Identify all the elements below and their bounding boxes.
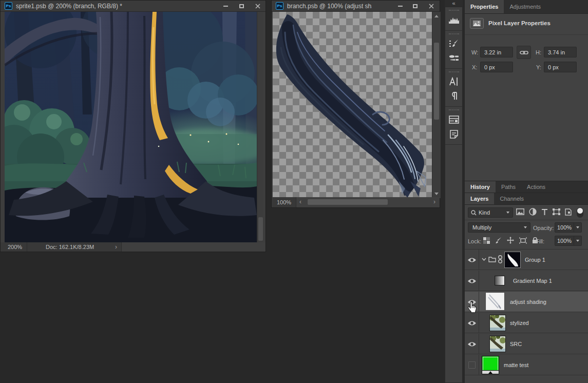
filter-type-layers-icon[interactable] xyxy=(541,208,548,215)
visibility-toggle[interactable] xyxy=(465,355,479,375)
window2-statusbar: 100% ‹ › xyxy=(272,197,440,207)
layer-thumbnail[interactable] xyxy=(489,336,506,352)
window2-horizontal-scrollbar[interactable]: ‹ › xyxy=(296,197,440,207)
window2-close-button[interactable] xyxy=(423,1,440,11)
x-field[interactable]: 0 px xyxy=(480,62,513,72)
layer-row-gradient-map[interactable]: Gradient Map 1 xyxy=(465,271,588,291)
width-field[interactable]: 3.22 in xyxy=(480,47,513,58)
width-label: W: xyxy=(471,49,478,55)
layer-thumbnail[interactable] xyxy=(489,315,506,331)
group-expand-chevron-icon[interactable] xyxy=(482,258,486,261)
filtering-toggle[interactable] xyxy=(577,207,583,218)
panel-grip[interactable] xyxy=(449,33,459,34)
chain-link-icon xyxy=(520,50,528,55)
window1-statusbar: 200% Doc: 162.1K/8.23M › xyxy=(1,242,265,252)
visibility-empty-icon xyxy=(468,361,476,369)
filter-smart-objects-icon[interactable] xyxy=(565,208,572,216)
lock-transparency-icon[interactable] xyxy=(483,237,490,244)
layer-filter-select[interactable]: Kind xyxy=(468,207,513,218)
document-window-sprite1: Ps sprite1.psb @ 200% (branch, RGB/8) * xyxy=(0,0,266,252)
notes-icon xyxy=(449,130,459,139)
window2-title: branch.psb @ 100% (adjust shadin... xyxy=(287,3,372,10)
brushes-panel-icon[interactable] xyxy=(445,51,462,65)
libraries-panel-icon[interactable] xyxy=(445,112,462,127)
lock-image-icon[interactable] xyxy=(495,237,502,244)
brush-settings-panel-icon[interactable] xyxy=(445,36,462,51)
opacity-select[interactable]: 100% xyxy=(555,222,582,233)
status-expand-icon[interactable]: › xyxy=(115,244,117,250)
window2-vertical-scrollbar[interactable] xyxy=(432,12,441,198)
window1-doc-info[interactable]: Doc: 162.1K/8.23M › xyxy=(27,242,122,252)
window1-vertical-scrollbar[interactable] xyxy=(257,12,263,243)
height-field[interactable]: 3.74 in xyxy=(544,47,577,58)
window2-minimize-button[interactable] xyxy=(393,1,408,11)
canvas-branch[interactable] xyxy=(273,12,432,198)
blend-mode-select[interactable]: Multiply xyxy=(468,222,530,233)
scroll-left-icon[interactable]: ‹ xyxy=(299,199,301,205)
search-icon xyxy=(471,210,477,216)
fill-select[interactable]: 100% xyxy=(555,236,582,246)
scroll-right-icon[interactable]: › xyxy=(433,199,435,205)
tab-paths[interactable]: Paths xyxy=(496,181,521,193)
scroll-up-icon[interactable] xyxy=(434,15,439,17)
fill-layer-thumbnail[interactable] xyxy=(482,356,499,374)
visibility-toggle[interactable] xyxy=(465,334,479,354)
x-label: X: xyxy=(472,64,477,70)
notes-panel-icon[interactable] xyxy=(445,127,462,141)
photoshop-doc-icon: Ps xyxy=(5,2,12,10)
filter-adjustment-layers-icon[interactable] xyxy=(529,208,537,216)
folder-icon xyxy=(488,256,496,262)
layer-row-stylized[interactable]: stylized xyxy=(465,313,588,333)
gradient-map-thumbnail[interactable] xyxy=(495,276,505,285)
layer-thumbnail[interactable] xyxy=(486,293,504,310)
layer-row-group1[interactable]: Group 1 xyxy=(465,250,588,270)
eye-icon xyxy=(467,341,477,347)
window2-maximize-button[interactable] xyxy=(408,1,423,11)
layer-row-src[interactable]: SRC xyxy=(465,334,588,354)
collapse-panels-button[interactable]: « xyxy=(445,0,463,7)
panel-grip[interactable] xyxy=(449,109,459,110)
y-field[interactable]: 0 px xyxy=(544,62,577,72)
layers-tabbar: Layers Channels xyxy=(465,193,588,205)
window1-minimize-button[interactable] xyxy=(218,1,234,11)
visibility-toggle[interactable] xyxy=(465,250,479,270)
branch-artwork xyxy=(273,12,432,198)
lock-position-icon[interactable] xyxy=(507,237,514,244)
histogram-panel-icon[interactable] xyxy=(445,13,462,27)
maximize-icon xyxy=(413,4,418,8)
eye-icon xyxy=(467,320,477,326)
window1-zoom-field[interactable]: 200% xyxy=(1,242,27,252)
eye-icon xyxy=(467,278,477,284)
brush-settings-icon xyxy=(449,39,459,48)
lock-artboard-icon[interactable] xyxy=(519,237,527,244)
paragraph-icon xyxy=(450,91,458,101)
photoshop-doc-icon: Ps xyxy=(276,2,283,10)
filter-pixel-layers-icon[interactable] xyxy=(516,208,524,215)
tab-history[interactable]: History xyxy=(465,181,496,193)
window1-titlebar[interactable]: Ps sprite1.psb @ 200% (branch, RGB/8) * xyxy=(1,1,265,12)
tab-adjustments[interactable]: Adjustments xyxy=(504,0,546,13)
window2-zoom-field[interactable]: 100% xyxy=(272,197,296,207)
panel-grip[interactable] xyxy=(449,10,459,11)
toggle-knob xyxy=(577,208,583,214)
window1-maximize-button[interactable] xyxy=(234,1,250,11)
tab-properties[interactable]: Properties xyxy=(465,0,504,13)
paragraph-panel-icon[interactable] xyxy=(445,89,462,103)
properties-panel: Pixel Layer Properties W: 3.22 in H: 3.7… xyxy=(465,14,588,181)
scroll-down-icon[interactable] xyxy=(434,193,439,195)
character-panel-icon[interactable] xyxy=(445,74,462,89)
window1-close-button[interactable] xyxy=(250,1,265,11)
layer-mask-thumbnail[interactable] xyxy=(504,252,521,268)
window2-titlebar[interactable]: Ps branch.psb @ 100% (adjust shadin... xyxy=(272,1,440,12)
layer-row-matte-test[interactable]: matte test xyxy=(465,355,588,375)
visibility-toggle[interactable] xyxy=(465,271,479,291)
panel-grip[interactable] xyxy=(449,71,459,72)
canvas-sprite1[interactable] xyxy=(5,12,257,243)
visibility-toggle[interactable] xyxy=(465,313,479,333)
tab-actions[interactable]: Actions xyxy=(521,181,551,193)
tab-channels[interactable]: Channels xyxy=(494,193,529,204)
link-dimensions-button[interactable] xyxy=(517,46,531,59)
tab-layers[interactable]: Layers xyxy=(465,193,494,204)
layer-row-adjust-shading[interactable]: adjust shading xyxy=(465,292,588,312)
filter-shape-layers-icon[interactable] xyxy=(553,208,560,215)
